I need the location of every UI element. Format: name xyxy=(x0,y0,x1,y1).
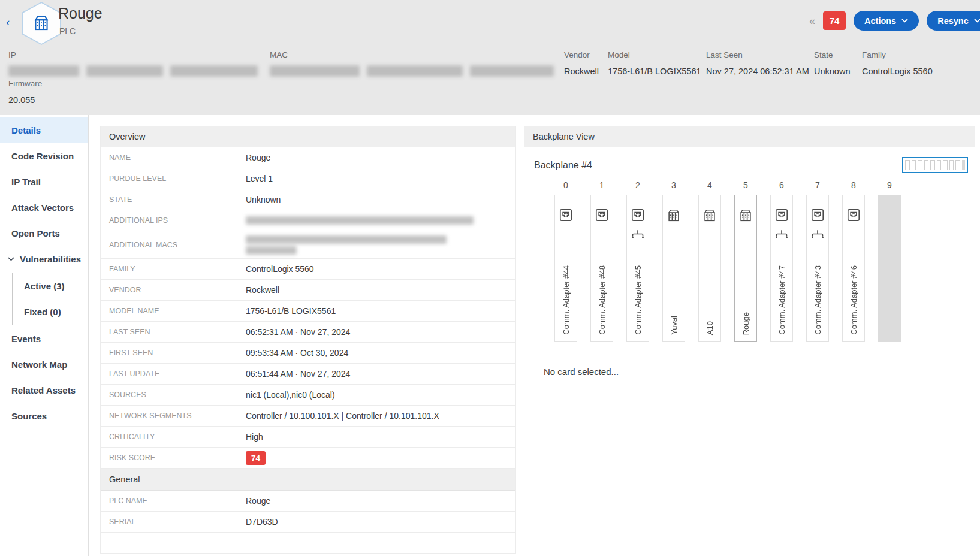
firmware-value: 20.055 xyxy=(8,95,35,105)
backplane-panel-title: Backplane View xyxy=(524,126,975,147)
table-row: RISK SCORE 74 xyxy=(101,448,515,469)
ip-label: IP xyxy=(8,50,16,59)
backplane-slot-0: 0 Comm. Adapter #44 xyxy=(554,180,577,342)
table-row: SOURCESnic1 (Local),nic0 (Local) xyxy=(101,385,515,406)
mac-value-redacted xyxy=(270,65,554,77)
plc-icon xyxy=(23,3,60,44)
actions-button-label: Actions xyxy=(864,16,896,26)
model-value: 1756-L61/B LOGIX5561 xyxy=(608,67,701,76)
network-icon xyxy=(630,229,646,239)
backplane-slot-7: 7 Comm. Adapter #43 xyxy=(806,180,829,342)
sidebar-item-network-map[interactable]: Network Map xyxy=(0,352,88,377)
chevron-down-icon xyxy=(901,19,908,23)
page-title: Rouge xyxy=(58,5,102,22)
backplane-card[interactable]: Comm. Adapter #46 xyxy=(842,195,865,342)
backplane-card[interactable]: Comm. Adapter #43 xyxy=(806,195,829,342)
asset-hexagon-badge xyxy=(22,2,61,45)
ethernet-icon xyxy=(558,207,574,223)
backplane-slot-2: 2 Comm. Adapter #45 xyxy=(626,180,649,342)
state-label: State xyxy=(814,50,833,59)
resync-button[interactable]: Resync xyxy=(927,11,980,31)
backplane-slot-8: 8 Comm. Adapter #46 xyxy=(842,180,865,342)
network-icon xyxy=(810,229,825,239)
plc-icon xyxy=(701,207,718,224)
table-row: VENDORRockwell xyxy=(101,280,515,301)
vulnerabilities-subgroup: Active (3) Fixed (0) xyxy=(12,273,88,325)
family-label: Family xyxy=(862,50,886,59)
sidebar-item-ip-trail[interactable]: IP Trail xyxy=(0,169,88,195)
sidebar-item-open-ports[interactable]: Open Ports xyxy=(0,220,88,246)
last-seen-label: Last Seen xyxy=(706,50,743,59)
table-row: FAMILYControlLogix 5560 xyxy=(101,259,515,280)
ethernet-icon xyxy=(594,207,610,223)
collapse-panel-icon[interactable]: « xyxy=(809,14,815,28)
sidebar-item-related-assets[interactable]: Related Assets xyxy=(0,377,88,403)
state-value: Unknown xyxy=(814,67,850,76)
vendor-value: Rockwell xyxy=(564,67,599,76)
asset-type-label: PLC xyxy=(59,26,76,36)
model-label: Model xyxy=(608,50,630,59)
sidebar-item-active-vulnerabilities[interactable]: Active (3) xyxy=(13,273,88,299)
sidebar-item-attack-vectors[interactable]: Attack Vectors xyxy=(0,195,88,220)
ethernet-icon xyxy=(810,207,825,223)
backplane-slot-6: 6 Comm. Adapter #47 xyxy=(770,180,793,342)
sidebar-item-label: Vulnerabilities xyxy=(20,254,81,264)
sidebar-item-vulnerabilities[interactable]: Vulnerabilities xyxy=(0,246,88,272)
ip-value-redacted xyxy=(8,65,258,77)
risk-score-badge: 74 xyxy=(246,451,266,465)
sidebar-item-fixed-vulnerabilities[interactable]: Fixed (0) xyxy=(13,299,88,325)
ethernet-icon xyxy=(630,207,646,223)
network-icon xyxy=(774,229,789,239)
plc-icon xyxy=(737,207,754,224)
backplane-card[interactable]: Comm. Adapter #45 xyxy=(626,195,649,342)
main-area: Overview NAMERouge PURDUE LEVELLevel 1 S… xyxy=(89,115,980,556)
backplane-empty-slot xyxy=(878,195,901,342)
table-row: PURDUE LEVELLevel 1 xyxy=(101,168,515,189)
backplane-minimap[interactable] xyxy=(902,157,968,173)
table-row: ADDITIONAL IPS xyxy=(101,210,515,231)
plc-icon xyxy=(665,207,682,224)
redacted-value xyxy=(246,235,447,255)
table-row: FIRST SEEN09:53:34 AM · Oct 30, 2024 xyxy=(101,343,515,364)
family-value: ControlLogix 5560 xyxy=(862,67,933,76)
resync-button-label: Resync xyxy=(937,16,969,26)
backplane-slot-1: 1 Comm. Adapter #48 xyxy=(590,180,613,342)
backplane-card[interactable]: Comm. Adapter #48 xyxy=(590,195,613,342)
table-row: STATEUnknown xyxy=(101,189,515,210)
general-section-title: General xyxy=(101,469,515,491)
actions-button[interactable]: Actions xyxy=(854,11,919,31)
sidebar-item-code-revision[interactable]: Code Revision xyxy=(0,143,88,169)
table-row: NAMERouge xyxy=(101,147,515,168)
vendor-label: Vendor xyxy=(564,50,590,59)
backplane-slot-5: 5 Rouge xyxy=(734,180,757,342)
no-card-selected-message: No card selected... xyxy=(544,367,973,377)
backplane-card-selected[interactable]: Rouge xyxy=(734,195,757,342)
backplane-slots: 0 Comm. Adapter #44 1 Comm. Adapter #48 xyxy=(534,180,973,342)
table-row: LAST SEEN06:52:31 AM · Nov 27, 2024 xyxy=(101,322,515,343)
backplane-card[interactable]: Comm. Adapter #44 xyxy=(554,195,577,342)
sidebar-item-events[interactable]: Events xyxy=(0,326,88,352)
redacted-value xyxy=(246,216,474,225)
backplane-card[interactable]: Comm. Adapter #47 xyxy=(770,195,793,342)
overview-panel-title: Overview xyxy=(101,126,515,147)
backplane-slot-3: 3 Yuval xyxy=(662,180,685,342)
backplane-slot-9: 9 xyxy=(878,180,901,342)
chevron-down-icon xyxy=(974,19,980,23)
table-row: CRITICALITYHigh xyxy=(101,427,515,448)
risk-score-badge[interactable]: 74 xyxy=(823,11,846,30)
table-row: NETWORK SEGMENTSController / 10.100.101.… xyxy=(101,406,515,427)
table-row: SERIALD7D63D xyxy=(101,512,515,533)
backplane-card[interactable]: Yuval xyxy=(662,195,685,342)
asset-header: ‹ Rouge PLC « 74 Actions Resync xyxy=(0,0,980,115)
sidebar-item-details[interactable]: Details xyxy=(0,117,88,143)
last-seen-value: Nov 27, 2024 06:52:31 AM xyxy=(706,67,809,76)
table-row: ADDITIONAL MACS xyxy=(101,231,515,259)
mac-label: MAC xyxy=(270,50,288,59)
back-icon[interactable]: ‹ xyxy=(6,16,10,29)
backplane-card[interactable]: A10 xyxy=(698,195,721,342)
ethernet-icon xyxy=(846,207,861,223)
backplane-name: Backplane #4 xyxy=(534,160,592,171)
sidebar-item-sources[interactable]: Sources xyxy=(0,403,88,429)
table-row: PLC NAMERouge xyxy=(101,491,515,512)
table-row-partial xyxy=(101,533,515,554)
